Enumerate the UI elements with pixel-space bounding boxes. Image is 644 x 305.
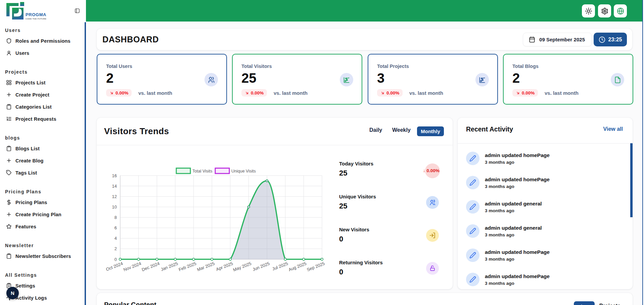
svg-text:Aug 2025: Aug 2025 <box>288 261 307 272</box>
svg-text:2: 2 <box>114 246 117 251</box>
svg-text:Feb 2025: Feb 2025 <box>178 261 197 272</box>
svg-text:Unique Visits: Unique Visits <box>231 169 256 174</box>
svg-text:8: 8 <box>114 215 117 220</box>
svg-text:Nov 2024: Nov 2024 <box>123 261 142 272</box>
svg-text:Total Visits: Total Visits <box>192 169 213 174</box>
svg-text:0: 0 <box>114 257 117 262</box>
svg-text:14: 14 <box>112 184 117 189</box>
svg-text:6: 6 <box>114 225 117 230</box>
svg-text:Jul 2025: Jul 2025 <box>272 261 289 272</box>
svg-text:12: 12 <box>112 194 117 199</box>
svg-text:Jan 2025: Jan 2025 <box>160 261 179 272</box>
svg-text:4: 4 <box>114 236 117 241</box>
svg-text:10: 10 <box>112 204 117 209</box>
svg-text:Apr 2025: Apr 2025 <box>215 261 234 272</box>
svg-text:May 2025: May 2025 <box>232 261 252 272</box>
svg-text:Sep 2025: Sep 2025 <box>306 261 325 272</box>
svg-text:Dec 2024: Dec 2024 <box>141 261 160 272</box>
svg-text:16: 16 <box>112 173 117 178</box>
svg-text:Jun 2025: Jun 2025 <box>252 261 270 272</box>
svg-text:Mar 2025: Mar 2025 <box>196 261 216 272</box>
svg-text:Oct 2024: Oct 2024 <box>105 261 124 272</box>
